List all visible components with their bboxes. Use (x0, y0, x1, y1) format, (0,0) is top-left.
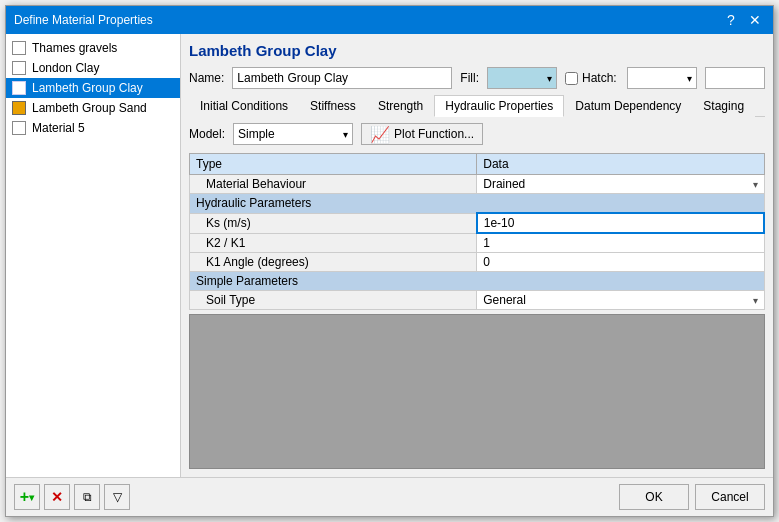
table-row[interactable]: Material Behaviour Drained ▾ (190, 175, 765, 194)
add-button[interactable]: + ▾ (14, 484, 40, 510)
add-arrow: ▾ (29, 492, 34, 503)
material-5-icon (12, 121, 26, 135)
sidebar-item-label: Thames gravels (32, 41, 117, 55)
copy-button[interactable]: ⧉ (74, 484, 100, 510)
data-table: Type Data Material Behaviour Drained ▾ (189, 153, 765, 310)
cell-soil-type-label: Soil Type (190, 291, 477, 310)
tab-staging[interactable]: Staging (692, 95, 755, 117)
table-row[interactable]: K1 Angle (degrees) 0 (190, 253, 765, 272)
drained-dropdown-arrow: ▾ (753, 179, 758, 190)
title-controls: ? ✕ (721, 10, 765, 30)
plot-function-label: Plot Function... (394, 127, 474, 141)
add-icon: + (20, 488, 29, 506)
sidebar-item-thames-gravels[interactable]: Thames gravels (6, 38, 180, 58)
cell-k2k1-label: K2 / K1 (190, 233, 477, 253)
sidebar-item-london-clay[interactable]: London Clay (6, 58, 180, 78)
delete-button[interactable]: ✕ (44, 484, 70, 510)
sidebar-item-label: Material 5 (32, 121, 85, 135)
dialog-body: Thames gravels London Clay Lambeth Group… (6, 34, 773, 477)
hatch-checkbox[interactable] (565, 72, 578, 85)
close-button[interactable]: ✕ (745, 10, 765, 30)
section-hydraulic-params: Hydraulic Parameters (190, 194, 765, 214)
name-input[interactable] (232, 67, 452, 89)
tab-hydraulic-properties[interactable]: Hydraulic Properties (434, 95, 564, 117)
table-row: Simple Parameters (190, 272, 765, 291)
hatch-preview (705, 67, 765, 89)
fill-label: Fill: (460, 71, 479, 85)
panel-title: Lambeth Group Clay (189, 42, 765, 59)
title-bar: Define Material Properties ? ✕ (6, 6, 773, 34)
table-row[interactable]: Soil Type General ▾ (190, 291, 765, 310)
dialog-footer: + ▾ ✕ ⧉ ▽ OK Cancel (6, 477, 773, 516)
model-label: Model: (189, 127, 225, 141)
cell-k1angle-label: K1 Angle (degrees) (190, 253, 477, 272)
sidebar-item-label: Lambeth Group Clay (32, 81, 143, 95)
fill-dropdown-arrow: ▾ (547, 73, 552, 84)
hatch-check: Hatch: (565, 71, 617, 85)
cell-material-behaviour-label: Material Behaviour (190, 175, 477, 194)
tab-stiffness[interactable]: Stiffness (299, 95, 367, 117)
name-label: Name: (189, 71, 224, 85)
sidebar-item-label: London Clay (32, 61, 99, 75)
model-dropdown[interactable]: Simple ▾ (233, 123, 353, 145)
sidebar: Thames gravels London Clay Lambeth Group… (6, 34, 181, 477)
cell-ks-value[interactable]: 1e-10 (477, 213, 764, 233)
hatch-dropdown[interactable]: ▾ (627, 67, 697, 89)
model-dropdown-arrow: ▾ (343, 129, 348, 140)
tabs: Initial Conditions Stiffness Strength Hy… (189, 95, 765, 117)
fill-dropdown[interactable]: ▾ (487, 67, 557, 89)
soil-type-dropdown-arrow: ▾ (753, 295, 758, 306)
plot-function-button[interactable]: 📈 Plot Function... (361, 123, 483, 145)
table-row[interactable]: Ks (m/s) 1e-10 (190, 213, 765, 233)
table-row[interactable]: K2 / K1 1 (190, 233, 765, 253)
col-header-data: Data (477, 154, 764, 175)
sidebar-item-label: Lambeth Group Sand (32, 101, 147, 115)
filter-button[interactable]: ▽ (104, 484, 130, 510)
cell-k1angle-value[interactable]: 0 (477, 253, 764, 272)
cell-ks-label: Ks (m/s) (190, 213, 477, 233)
define-material-dialog: Define Material Properties ? ✕ Thames gr… (5, 5, 774, 517)
cell-soil-type-value[interactable]: General ▾ (477, 291, 764, 310)
filter-icon: ▽ (113, 490, 122, 504)
copy-icon: ⧉ (83, 490, 92, 504)
cancel-button[interactable]: Cancel (695, 484, 765, 510)
sidebar-item-lambeth-group-clay[interactable]: Lambeth Group Clay (6, 78, 180, 98)
cell-k2k1-value[interactable]: 1 (477, 233, 764, 253)
ok-button[interactable]: OK (619, 484, 689, 510)
sidebar-item-material-5[interactable]: Material 5 (6, 118, 180, 138)
gray-area (189, 314, 765, 469)
london-clay-icon (12, 61, 26, 75)
plot-icon: 📈 (370, 125, 390, 144)
model-value: Simple (238, 127, 275, 141)
name-row: Name: Fill: ▾ Hatch: ▾ (189, 67, 765, 89)
sidebar-item-lambeth-group-sand[interactable]: Lambeth Group Sand (6, 98, 180, 118)
footer-right: OK Cancel (619, 484, 765, 510)
lambeth-group-sand-icon (12, 101, 26, 115)
footer-left: + ▾ ✕ ⧉ ▽ (14, 484, 130, 510)
thames-gravels-icon (12, 41, 26, 55)
table-row: Hydraulic Parameters (190, 194, 765, 214)
hatch-label: Hatch: (582, 71, 617, 85)
tab-initial-conditions[interactable]: Initial Conditions (189, 95, 299, 117)
cell-material-behaviour-value[interactable]: Drained ▾ (477, 175, 764, 194)
tab-datum-dependency[interactable]: Datum Dependency (564, 95, 692, 117)
dialog-title: Define Material Properties (14, 13, 153, 27)
section-simple-params: Simple Parameters (190, 272, 765, 291)
lambeth-group-clay-icon (12, 81, 26, 95)
col-header-type: Type (190, 154, 477, 175)
delete-icon: ✕ (51, 489, 63, 505)
hatch-dropdown-arrow: ▾ (687, 73, 692, 84)
tab-strength[interactable]: Strength (367, 95, 434, 117)
help-button[interactable]: ? (721, 10, 741, 30)
main-panel: Lambeth Group Clay Name: Fill: ▾ Hatch: … (181, 34, 773, 477)
model-row: Model: Simple ▾ 📈 Plot Function... (189, 123, 765, 145)
